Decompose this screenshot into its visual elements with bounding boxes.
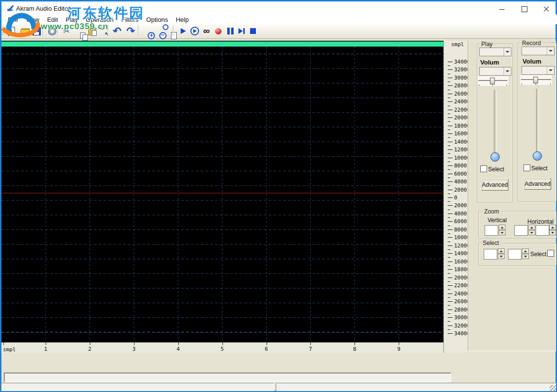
- y-tick-minor: [448, 82, 450, 82]
- record-device-dropdown[interactable]: [522, 47, 555, 55]
- select-checkbox[interactable]: [547, 250, 554, 257]
- record-volume-dropdown-button[interactable]: [547, 66, 554, 74]
- x-tick: [354, 343, 355, 345]
- spin-up-icon[interactable]: [498, 248, 505, 254]
- zoom-in-icon[interactable]: [141, 26, 152, 36]
- play-to-end-icon[interactable]: [236, 26, 247, 36]
- select-start-input[interactable]: [484, 249, 497, 260]
- spin-down-icon[interactable]: [528, 230, 535, 235]
- record-select-checkbox[interactable]: [523, 164, 530, 171]
- spin-up-icon[interactable]: [528, 225, 535, 230]
- select-start-spinner[interactable]: [498, 248, 505, 259]
- zoom-vertical-input[interactable]: [485, 225, 498, 236]
- cd-audio-glyph: [49, 28, 56, 35]
- record-balance-slider-thumb[interactable]: [533, 77, 538, 83]
- y-tick-minor: [448, 185, 450, 186]
- slider-tick: [522, 83, 522, 85]
- y-tick-minor: [448, 178, 450, 178]
- record-volume-vslider-thumb[interactable]: [533, 151, 542, 161]
- spin-down-icon[interactable]: [549, 230, 556, 235]
- y-tick-minor: [448, 210, 450, 210]
- waveform-grid: [1, 47, 443, 342]
- cut-icon[interactable]: [61, 26, 72, 36]
- record-device-dropdown-button[interactable]: [547, 47, 554, 55]
- spin-up-icon[interactable]: [499, 225, 506, 230]
- play-volume-dropdown[interactable]: [479, 67, 511, 76]
- record-icon[interactable]: [213, 26, 223, 36]
- toolbar-grip[interactable]: [2, 27, 4, 35]
- zoom-horizontal-spinner-1[interactable]: [528, 225, 535, 235]
- play-device-dropdown[interactable]: [479, 48, 511, 56]
- play-select-checkbox[interactable]: [480, 165, 487, 172]
- redo-icon[interactable]: [125, 26, 136, 36]
- maximize-button[interactable]: [517, 4, 532, 14]
- menu-item-operation[interactable]: Operation: [82, 15, 118, 24]
- position-overview-bar[interactable]: [1, 41, 443, 47]
- play-advanced-button[interactable]: Advanced: [481, 179, 508, 191]
- select-end-input[interactable]: [508, 249, 522, 260]
- y-tick-minor: [448, 329, 450, 330]
- menu-item-edit[interactable]: Edit: [43, 15, 62, 24]
- pause-icon[interactable]: [225, 26, 236, 36]
- new-file-icon[interactable]: [6, 26, 17, 36]
- y-tick-major: [448, 117, 453, 118]
- y-tick-minor: [448, 201, 450, 202]
- play-volume-vslider[interactable]: [494, 90, 497, 156]
- y-tick-major: [448, 237, 453, 238]
- y-tick-minor: [448, 74, 450, 74]
- zoom-out-icon[interactable]: [152, 26, 163, 36]
- play-balance-slider[interactable]: [477, 76, 508, 86]
- play-all-icon[interactable]: [189, 26, 200, 36]
- title-bar: Akram Audio Editor: [1, 1, 556, 15]
- close-button[interactable]: [539, 4, 554, 14]
- menu-item-file[interactable]: File: [4, 15, 22, 24]
- loop-icon[interactable]: [201, 26, 212, 36]
- y-tick-major: [448, 205, 453, 206]
- y-tick-major: [448, 310, 453, 310]
- select-end-spinner[interactable]: [522, 248, 529, 259]
- y-tick-label: 8000: [454, 227, 467, 233]
- spin-down-icon[interactable]: [522, 254, 529, 259]
- paste-glyph: [88, 27, 96, 35]
- paste-icon[interactable]: [86, 26, 97, 36]
- slider-tick: [550, 83, 551, 85]
- save-icon[interactable]: [31, 26, 42, 36]
- menu-item-options[interactable]: Options: [142, 15, 172, 24]
- menu-item-play[interactable]: Play: [62, 15, 82, 24]
- menu-item-view[interactable]: View: [22, 15, 43, 24]
- cd-audio-icon[interactable]: [47, 26, 57, 36]
- record-advanced-button[interactable]: Advanced: [524, 178, 551, 190]
- spin-down-icon[interactable]: [499, 230, 506, 235]
- copy-icon[interactable]: [74, 26, 84, 36]
- open-file-icon[interactable]: [19, 26, 30, 36]
- minimize-icon: [499, 9, 505, 10]
- resize-grip[interactable]: [550, 385, 556, 392]
- play-balance-slider-thumb[interactable]: [490, 78, 495, 84]
- minimize-button[interactable]: [494, 4, 509, 14]
- zoom-horizontal-spinner-2[interactable]: [549, 225, 556, 235]
- undo-icon[interactable]: [112, 26, 122, 36]
- y-tick-major: [448, 174, 453, 174]
- stop-icon[interactable]: [248, 26, 258, 36]
- play-volume-dropdown-button[interactable]: [504, 67, 511, 75]
- record-volume-dropdown[interactable]: [522, 66, 555, 75]
- record-volume-vslider[interactable]: [536, 89, 539, 155]
- zoom-horizontal-input-2[interactable]: [536, 225, 549, 236]
- zoom-vertical-spinner[interactable]: [499, 225, 506, 235]
- record-balance-slider[interactable]: [520, 75, 552, 85]
- waveform-display[interactable]: [1, 41, 443, 342]
- spin-down-icon[interactable]: [498, 254, 505, 259]
- open-file-glyph: [20, 29, 30, 35]
- play-device-dropdown-button[interactable]: [504, 48, 511, 56]
- menu-item-help[interactable]: Help: [172, 15, 193, 24]
- spin-up-icon[interactable]: [549, 225, 556, 230]
- play-icon[interactable]: [178, 26, 188, 36]
- menu-item-filters[interactable]: Filters: [118, 15, 142, 24]
- spin-up-icon[interactable]: [522, 248, 529, 254]
- x-tick: [90, 343, 90, 345]
- zoom-horizontal-input-1[interactable]: [514, 225, 528, 236]
- y-tick-minor: [448, 257, 450, 258]
- y-tick-minor: [448, 305, 450, 306]
- y-tick-minor: [448, 233, 450, 234]
- play-volume-vslider-thumb[interactable]: [490, 152, 500, 162]
